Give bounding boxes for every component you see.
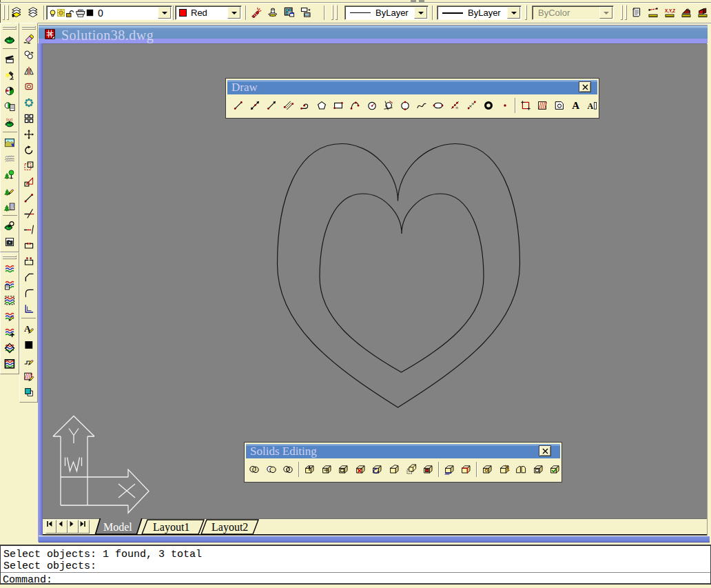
modify-fillet-button[interactable]: [20, 285, 37, 301]
solids-intersect-button[interactable]: [280, 461, 297, 478]
solids-taper-faces-button[interactable]: [386, 461, 403, 478]
draw-multiline-text-button[interactable]: A: [568, 97, 584, 114]
modify-erase-button[interactable]: [20, 31, 37, 47]
modify-polar-array-button[interactable]: [20, 94, 37, 110]
render-fog-button[interactable]: [1, 150, 19, 166]
solids-check-button[interactable]: [546, 461, 564, 478]
render-mapping-button[interactable]: (u,v): [1, 114, 19, 130]
solids-union-button[interactable]: [246, 461, 263, 478]
modify-break-at-point-button[interactable]: [20, 253, 37, 269]
solids-color-edges-button[interactable]: [457, 461, 475, 478]
match-properties-button[interactable]: [248, 4, 265, 21]
draw-hatch-button[interactable]: [534, 97, 550, 114]
layer-manager-button[interactable]: [281, 4, 298, 21]
draw-boundary-button[interactable]: [517, 97, 534, 114]
modify-draworder-button[interactable]: [20, 384, 37, 400]
reference-image-frame-button[interactable]: [1, 356, 19, 372]
reference-image-transparency-button[interactable]: [1, 340, 19, 356]
layer-control-combo[interactable]: 0: [46, 6, 172, 20]
solids-toolbar-close-button[interactable]: [539, 445, 551, 456]
modify-offset-button[interactable]: [20, 79, 37, 94]
toolbar-grip[interactable]: [331, 5, 333, 20]
tab-layout2[interactable]: Layout2: [212, 520, 248, 534]
linetype-combo-dropdown-button[interactable]: [414, 7, 427, 19]
toolbar-grip[interactable]: [22, 24, 36, 31]
tab-next-button[interactable]: [68, 520, 79, 534]
solids-toolbar-titlebar[interactable]: Solids Editing: [246, 444, 560, 458]
solids-delete-faces-button[interactable]: [352, 461, 369, 478]
reference-image-quality-button[interactable]: [1, 308, 19, 324]
modify-lengthen-button[interactable]: [20, 190, 37, 205]
tab-model[interactable]: Model: [103, 520, 132, 534]
render-render-preferences-button[interactable]: [1, 218, 19, 234]
solids-imprint-button[interactable]: [479, 461, 496, 478]
draw-single-line-text-button[interactable]: A: [584, 97, 601, 114]
draw-construction-line-button[interactable]: [247, 97, 263, 114]
reference-image-attach-button[interactable]: [1, 276, 19, 292]
solids-offset-faces-button[interactable]: [335, 461, 352, 478]
tab-previous-button[interactable]: [56, 520, 68, 534]
solids-shell-button[interactable]: [530, 461, 547, 478]
draw-circle-tan-tan-radius-button[interactable]: [380, 97, 397, 114]
modify-rotate-button[interactable]: [20, 142, 37, 158]
layer-plot-printer-icon[interactable]: [75, 8, 85, 17]
render-landscape-library-button[interactable]: [1, 198, 19, 214]
reference-image-clip-button[interactable]: [1, 292, 19, 308]
modify-trim-button[interactable]: [20, 205, 37, 221]
layer-freeze-sun-icon[interactable]: [57, 9, 65, 17]
solids-editing-toolbar[interactable]: Solids Editing: [244, 442, 562, 483]
inner-heart-polyline[interactable]: [320, 194, 484, 372]
command-prompt-line[interactable]: Command:: [1, 573, 710, 585]
modify-chamfer-button[interactable]: [20, 269, 37, 285]
modify-move-button[interactable]: [20, 126, 37, 142]
solids-move-faces-button[interactable]: [318, 461, 335, 478]
locate-point-button[interactable]: X,Y,Z: [661, 4, 678, 21]
draw-divide-button[interactable]: n: [446, 97, 463, 114]
linetype-control-combo[interactable]: ByLayer: [344, 6, 429, 20]
modify-scale-button[interactable]: [20, 174, 37, 190]
render-materials-button[interactable]: [1, 83, 19, 99]
draw-measure-button[interactable]: [464, 97, 480, 114]
lineweight-control-combo[interactable]: ByLayer: [437, 6, 522, 20]
render-statistics-button[interactable]: [1, 234, 19, 250]
layers-button[interactable]: [25, 4, 42, 21]
draw-multiline-button[interactable]: [280, 97, 297, 114]
color-control-field[interactable]: Red: [176, 6, 227, 19]
modify-mirror-button[interactable]: [20, 63, 37, 79]
modify-array-button[interactable]: [20, 110, 37, 126]
draw-circle-2p-button[interactable]: [397, 97, 413, 114]
draw-donut-button[interactable]: [480, 97, 497, 114]
modify-2d-solid-button[interactable]: [20, 336, 37, 352]
render-background-button[interactable]: [1, 134, 19, 150]
modify-extend-button[interactable]: [20, 221, 37, 237]
draw-region-button[interactable]: [551, 97, 568, 114]
object-properties-button[interactable]: [298, 4, 314, 21]
draw-toolbar[interactable]: Draw nAA: [225, 78, 599, 119]
command-history[interactable]: Select objects: 1 found, 3 total Select …: [1, 546, 710, 571]
layer-unlock-icon[interactable]: [65, 9, 74, 17]
lineweight-control-field[interactable]: ByLayer: [437, 6, 507, 19]
layer-combo-dropdown-button[interactable]: [158, 7, 171, 19]
solids-copy-edges-button[interactable]: [441, 461, 458, 478]
toolbar-grip[interactable]: [3, 5, 5, 20]
solids-clean-button[interactable]: [495, 461, 513, 478]
solids-rotate-faces-button[interactable]: [369, 461, 386, 478]
render-lights-button[interactable]: [1, 67, 19, 83]
draw-circle-center-radius-button[interactable]: [364, 97, 380, 114]
toolbar-grip[interactable]: [621, 5, 623, 20]
lineweight-combo-dropdown-button[interactable]: [507, 7, 520, 19]
draw-ray-button[interactable]: [263, 97, 280, 114]
toolbar-grip[interactable]: [525, 5, 527, 20]
render-landscape-edit-button[interactable]: [1, 182, 19, 198]
color-control-combo[interactable]: Red: [175, 6, 242, 20]
draw-spline-button[interactable]: [413, 97, 430, 114]
linetype-control-field[interactable]: ByLayer: [345, 6, 414, 19]
modify-explode-button[interactable]: [20, 301, 37, 316]
draw-toolbar-close-button[interactable]: [579, 81, 591, 92]
tab-layout1[interactable]: Layout1: [153, 520, 189, 534]
distance-button[interactable]: [645, 4, 661, 21]
modify-edit-polyline-button[interactable]: [20, 352, 37, 368]
layer-tools-button[interactable]: [265, 4, 281, 21]
draw-toolbar-titlebar[interactable]: Draw: [227, 80, 597, 94]
reference-image-adjust-button[interactable]: [1, 324, 19, 340]
